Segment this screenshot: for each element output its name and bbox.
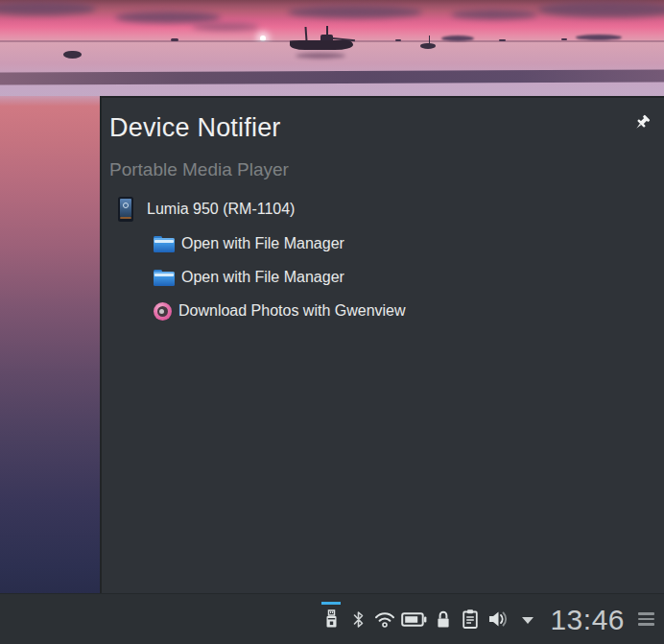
- bluetooth-glyph: [351, 609, 366, 630]
- boat-reflection: [296, 53, 345, 59]
- small-boat-silhouette: [63, 51, 82, 59]
- action-label: Open with File Manager: [181, 235, 344, 252]
- cloud: [115, 12, 221, 23]
- lock-glyph: [436, 609, 451, 630]
- device-notifier-popup: Device Notifier Portable Media Player Lu…: [100, 96, 664, 593]
- hamburger-icon[interactable]: [638, 612, 654, 626]
- usb-stick-icon: [323, 608, 340, 630]
- cloud: [192, 23, 259, 31]
- battery-glyph: [401, 612, 427, 627]
- folder-icon: [154, 270, 175, 286]
- cloud: [288, 6, 422, 18]
- popup-title: Device Notifier: [109, 111, 664, 144]
- popup-subtitle: Portable Media Player: [109, 158, 664, 181]
- action-download-photos-gwenview[interactable]: Download Photos with Gwenview: [154, 301, 664, 321]
- battery-icon[interactable]: [401, 608, 427, 631]
- gwenview-glint: [159, 309, 164, 314]
- boat-mast: [304, 27, 307, 41]
- land-smudge: [441, 36, 474, 41]
- small-boat-silhouette: [420, 43, 436, 49]
- wifi-icon[interactable]: [374, 608, 395, 631]
- desktop: Device Notifier Portable Media Player Lu…: [0, 0, 664, 644]
- boat-hull: [290, 40, 353, 50]
- cloud: [451, 10, 537, 19]
- action-label: Open with File Manager: [181, 269, 344, 286]
- phone-photo-strip: [120, 217, 131, 220]
- land-smudge: [576, 35, 622, 40]
- active-indicator-bar: [321, 602, 341, 605]
- action-open-file-manager-1[interactable]: Open with File Manager: [154, 234, 664, 253]
- cloud: [537, 2, 664, 17]
- cloud: [0, 2, 96, 15]
- pin-icon: [632, 113, 652, 132]
- clipboard-icon[interactable]: [460, 608, 481, 631]
- action-label: Download Photos with Gwenview: [178, 302, 406, 320]
- expand-tray-arrow[interactable]: [517, 608, 538, 631]
- digital-clock[interactable]: 13:46: [550, 594, 625, 644]
- folder-paper: [154, 274, 174, 276]
- folder-paper: [154, 240, 174, 243]
- clipboard-glyph: [462, 608, 479, 630]
- boat-mast: [429, 36, 431, 44]
- hamburger-bar: [638, 612, 654, 615]
- folder-icon: [154, 236, 175, 252]
- speaker-glyph: [487, 609, 510, 629]
- gwenview-icon: [154, 302, 172, 321]
- horizon-speck: [499, 39, 506, 41]
- chevron-down-icon: [522, 617, 534, 624]
- horizon-speck: [395, 39, 401, 41]
- device-row[interactable]: Lumia 950 (RM-1104): [118, 196, 664, 222]
- bluetooth-icon[interactable]: [347, 608, 368, 631]
- device-name: Lumia 950 (RM-1104): [147, 201, 295, 218]
- action-open-file-manager-2[interactable]: Open with File Manager: [154, 268, 664, 287]
- volume-icon[interactable]: [486, 608, 511, 631]
- device-notifier-usb-icon[interactable]: [320, 608, 342, 631]
- wifi-glyph: [374, 610, 395, 629]
- screen-lock-icon[interactable]: [433, 608, 454, 631]
- pin-button[interactable]: [630, 111, 653, 134]
- hamburger-bar: [638, 618, 654, 621]
- horizon-speck: [561, 38, 567, 40]
- smartphone-icon: [118, 197, 133, 222]
- fishing-boat-silhouette: [288, 26, 357, 53]
- horizon-speck: [171, 38, 178, 41]
- hamburger-bar: [638, 623, 654, 626]
- bottom-panel: 13:46: [0, 593, 664, 644]
